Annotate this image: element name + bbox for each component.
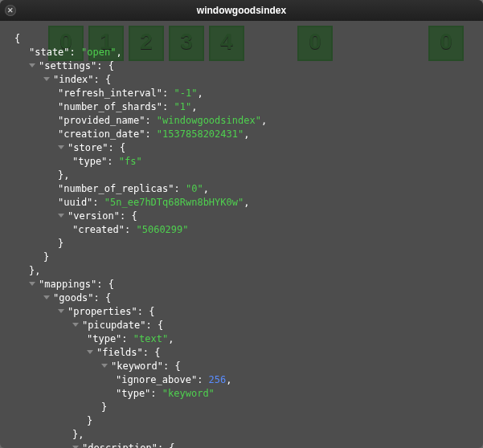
json-line: } — [14, 237, 475, 250]
json-line: } — [14, 414, 475, 428]
json-line: "keyword": { — [14, 360, 475, 373]
json-line: "store": { — [14, 141, 475, 155]
json-line: "mappings": { — [14, 278, 475, 291]
json-line: "provided_name": "windowgoodsindex", — [14, 114, 475, 128]
caret-down-icon — [58, 214, 64, 218]
json-line: "uuid": "5n_ee7hDTq68Rwn8bHYK0w", — [14, 196, 475, 210]
caret-down-icon — [87, 350, 93, 354]
json-line: { — [14, 32, 475, 46]
json-line: "picupdate": { — [14, 319, 475, 332]
caret-down-icon — [43, 77, 50, 81]
json-line: "number_of_replicas": "0", — [14, 182, 475, 196]
json-line: "created": "5060299" — [14, 223, 475, 237]
json-line: "ignore_above": 256, — [14, 373, 475, 387]
json-line: "refresh_interval": "-1", — [14, 87, 475, 100]
json-line: "type": "fs" — [14, 155, 475, 169]
json-line: "properties": { — [14, 305, 475, 319]
json-line: "type": "keyword" — [14, 387, 475, 401]
json-line: "number_of_shards": "1", — [14, 100, 475, 114]
json-line: "type": "text", — [14, 332, 475, 346]
caret-down-icon — [101, 364, 108, 368]
json-line: "version": { — [14, 210, 475, 223]
caret-down-icon — [29, 282, 35, 286]
title-bar: ✕ windowgoodsindex — [0, 0, 483, 21]
caret-down-icon — [29, 63, 35, 67]
json-line: }, — [14, 428, 475, 442]
window-body: { "state": "open", "settings": { "index"… — [0, 21, 483, 448]
json-viewer[interactable]: { "state": "open", "settings": { "index"… — [0, 21, 483, 448]
caret-down-icon — [43, 295, 50, 299]
close-icon[interactable]: ✕ — [5, 5, 16, 16]
json-line: "index": { — [14, 73, 475, 87]
caret-down-icon — [58, 145, 64, 149]
json-line: } — [14, 401, 475, 414]
json-line: "fields": { — [14, 346, 475, 360]
json-line: }, — [14, 169, 475, 182]
json-line: "description": { — [14, 442, 475, 448]
caret-down-icon — [58, 309, 64, 313]
json-line: "state": "open", — [14, 46, 475, 59]
window-title: windowgoodsindex — [0, 5, 483, 16]
caret-down-icon — [72, 323, 79, 327]
json-line: "creation_date": "1537858202431", — [14, 128, 475, 141]
modal-window: ✕ windowgoodsindex 0 1 2 3 4 0 0 { "stat… — [0, 0, 483, 448]
json-line: } — [14, 250, 475, 264]
json-line: "settings": { — [14, 59, 475, 73]
json-line: }, — [14, 264, 475, 278]
json-line: "goods": { — [14, 291, 475, 305]
